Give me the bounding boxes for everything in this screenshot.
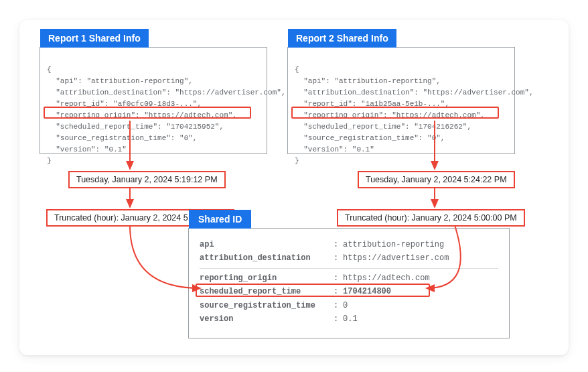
shared-row-version: version : 0.1 [200,312,498,326]
r1-version: 0.1 [108,145,122,153]
shared-key-srctime: source_registration_time [200,299,334,312]
shared-row-srctime: source_registration_time : 0 [200,299,498,312]
shared-val-srctime: 0 [343,299,348,312]
r2-srctime: 0 [432,134,437,142]
shared-key-version: version [200,312,334,326]
r1-srctime: 0 [184,134,189,142]
report-2-title: Report 2 Shared Info [288,29,396,48]
shared-val-version: 0.1 [343,312,358,326]
shared-val-api: attribution-reporting [343,238,444,251]
shared-highlight-srt [196,284,430,297]
report-2-highlight [291,107,499,119]
r2-srt: 1704216262 [419,123,463,131]
shared-id-body: api : attribution-reporting attribution_… [189,229,509,335]
report-1-human-time: Tuesday, January 2, 2024 5:19:12 PM [68,171,226,188]
r1-dest: https://advertiser.com [179,88,277,97]
report-1-highlight [44,107,251,119]
shared-val-dest: https://advertiser.com [343,251,449,265]
shared-key-dest: attribution_destination [200,251,334,265]
report-2-panel: Report 2 Shared Info { "api": "attributi… [287,47,515,154]
r1-srt: 1704215952 [171,123,215,131]
shared-row-api: api : attribution-reporting [200,238,498,251]
r2-version: 0.1 [356,145,370,153]
report-2-truncated-time: Truncated (hour): January 2, 2024 5:00:0… [337,209,525,227]
divider-1 [200,268,498,269]
report-1-title: Report 1 Shared Info [40,29,149,48]
r1-api: attribution-reporting [91,77,184,85]
report-2-human-time: Tuesday, January 2, 2024 5:24:22 PM [358,171,515,188]
report-1-panel: Report 1 Shared Info { "api": "attributi… [40,47,267,154]
shared-id-title: Shared ID [189,210,251,229]
shared-row-dest: attribution_destination : https://advert… [200,251,498,265]
shared-id-panel: Shared ID api : attribution-reporting at… [188,228,510,338]
r2-dest: https://advertiser.com [427,88,524,97]
diagram-canvas: Report 1 Shared Info { "api": "attributi… [19,20,569,355]
shared-key-api: api [200,238,334,251]
r2-api: attribution-reporting [339,77,432,85]
